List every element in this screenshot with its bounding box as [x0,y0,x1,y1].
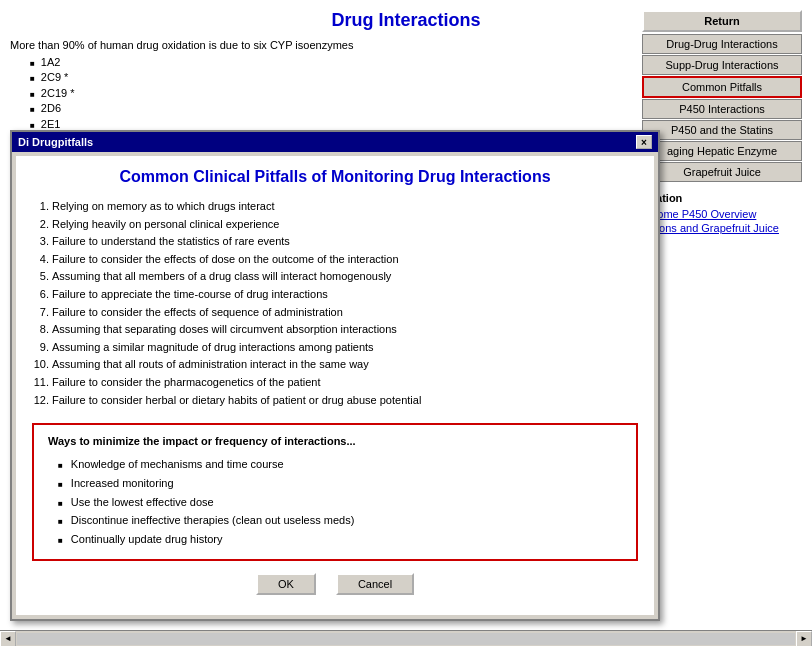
bottom-scrollbar: ◄ ► [0,630,812,646]
pitfall-item: Relying heavily on personal clinical exp… [52,216,638,234]
modal-dialog: Di Drugpitfalls × Common Clinical Pitfal… [10,130,660,621]
ways-to-minimize-box: Ways to minimize the impact or frequency… [32,423,638,560]
info-title: rmation [642,192,802,204]
pitfall-item: Failure to consider the effects of dose … [52,251,638,269]
info-link-1[interactable]: chrome P450 Overview [642,208,802,220]
modal-heading: Common Clinical Pitfalls of Monitoring D… [32,168,638,186]
info-link-2[interactable]: cations and Grapefruit Juice [642,222,802,234]
pitfall-item: Failure to understand the statistics of … [52,233,638,251]
ways-item: Continually update drug history [58,530,622,549]
nav-p450[interactable]: P450 Interactions [642,99,802,119]
nav-p450-statins[interactable]: P450 and the Statins [642,120,802,140]
pitfall-item: Assuming that all members of a drug clas… [52,268,638,286]
nav-supp-drug[interactable]: Supp-Drug Interactions [642,55,802,75]
ways-item: Knowledge of mechanisms and time course [58,455,622,474]
modal-titlebar: Di Drugpitfalls × [12,132,658,152]
nav-drug-drug[interactable]: Drug-Drug Interactions [642,34,802,54]
pitfall-item: Assuming that separating doses will circ… [52,321,638,339]
cancel-button[interactable]: Cancel [336,573,414,595]
modal-close-button[interactable]: × [636,135,652,149]
return-button[interactable]: Return [642,10,802,32]
ways-item: Increased monitoring [58,474,622,493]
pitfall-item: Failure to appreciate the time-course of… [52,286,638,304]
ways-item: Use the lowest effective dose [58,493,622,512]
modal-content: Common Clinical Pitfalls of Monitoring D… [16,156,654,615]
right-sidebar: Return Drug-Drug Interactions Supp-Drug … [642,10,802,236]
pitfalls-list: Relying on memory as to which drugs inte… [52,198,638,409]
scroll-right-arrow[interactable]: ► [796,631,812,647]
scroll-left-arrow[interactable]: ◄ [0,631,16,647]
pitfall-item: Assuming that all routs of administratio… [52,356,638,374]
pitfall-item: Failure to consider herbal or dietary ha… [52,392,638,410]
scroll-track[interactable] [17,633,795,645]
nav-grapefruit[interactable]: Grapefruit Juice [642,162,802,182]
ok-button[interactable]: OK [256,573,316,595]
info-section: rmation chrome P450 Overview cations and… [642,192,802,234]
nav-common-pitfalls[interactable]: Common Pitfalls [642,76,802,98]
ways-title: Ways to minimize the impact or frequency… [48,435,622,447]
pitfall-item: Failure to consider the effects of seque… [52,304,638,322]
ways-item: Discontinue ineffective therapies (clean… [58,511,622,530]
pitfall-item: Relying on memory as to which drugs inte… [52,198,638,216]
modal-title-text: Di Drugpitfalls [18,136,93,148]
modal-buttons: OK Cancel [32,573,638,603]
pitfall-item: Assuming a similar magnitude of drug int… [52,339,638,357]
nav-aging-hepatic[interactable]: aging Hepatic Enzyme [642,141,802,161]
pitfall-item: Failure to consider the pharmacogenetics… [52,374,638,392]
ways-list: Knowledge of mechanisms and time course … [58,455,622,548]
